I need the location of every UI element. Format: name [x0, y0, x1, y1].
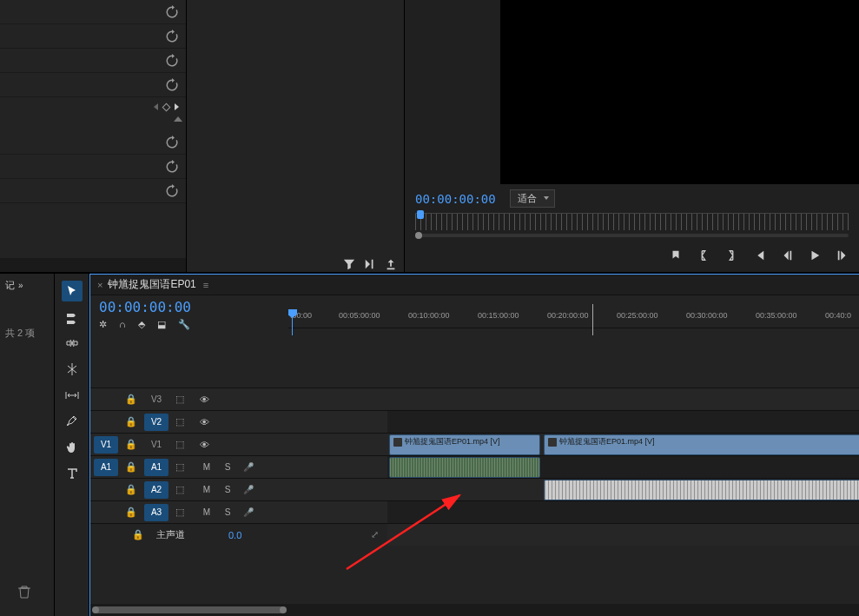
reset-icon[interactable]: [165, 5, 179, 19]
lane-master[interactable]: [387, 523, 859, 546]
video-preview[interactable]: [500, 0, 859, 184]
monitor-scrub[interactable]: [415, 234, 849, 237]
expand-icon[interactable]: ⤢: [371, 529, 379, 540]
solo-toggle[interactable]: S: [221, 462, 235, 472]
out-point-icon[interactable]: [725, 249, 737, 262]
timeline-ruler-area[interactable]: :00:00 00:05:00:00 00:10:00:00 00:15:00:…: [288, 295, 859, 335]
clip-v1-b[interactable]: 钟馗捉鬼国语EP01.mp4 [V]: [544, 434, 859, 455]
track-target[interactable]: A1: [144, 459, 168, 476]
razor-tool[interactable]: [62, 359, 83, 380]
reset-icon[interactable]: [165, 136, 179, 149]
sync-lock-icon[interactable]: ⬚: [175, 394, 193, 405]
selection-tool[interactable]: [62, 281, 83, 301]
track-a1-header[interactable]: A1 🔒 A1 ⬚ M S 🎤: [90, 455, 387, 478]
zoom-select[interactable]: 适合: [510, 189, 555, 208]
settings-icon[interactable]: 🔧: [178, 319, 190, 330]
track-target[interactable]: V2: [144, 414, 168, 431]
next-keyframe-icon[interactable]: [175, 103, 179, 110]
lock-icon[interactable]: 🔒: [125, 439, 139, 450]
src-patch[interactable]: [94, 414, 118, 431]
mute-toggle[interactable]: M: [200, 462, 214, 472]
sync-lock-icon[interactable]: ⬚: [175, 507, 193, 518]
master-db[interactable]: 0.0: [228, 530, 241, 540]
track-a2-header[interactable]: 🔒 A2 ⬚ M S 🎤: [90, 478, 387, 500]
in-point-icon[interactable]: [697, 249, 710, 262]
reset-icon[interactable]: [165, 160, 179, 174]
track-v2-header[interactable]: 🔒 V2 ⬚ 👁: [90, 410, 387, 433]
track-select-tool[interactable]: [62, 307, 83, 328]
type-tool[interactable]: [62, 463, 83, 484]
solo-toggle[interactable]: S: [221, 485, 235, 494]
track-v1-header[interactable]: V1 🔒 V1 ⬚ 👁: [90, 433, 387, 455]
close-tab-icon[interactable]: ×: [97, 280, 102, 290]
lane-a1[interactable]: [387, 455, 859, 478]
lane-a2[interactable]: [387, 478, 859, 500]
src-patch[interactable]: [94, 481, 118, 499]
sync-lock-icon[interactable]: ⬚: [175, 484, 193, 495]
src-patch[interactable]: [94, 504, 118, 521]
filter-icon[interactable]: [343, 258, 355, 270]
add-keyframe-icon[interactable]: [162, 103, 171, 111]
lock-icon[interactable]: 🔒: [125, 507, 139, 518]
expand-icon[interactable]: [174, 116, 182, 122]
reset-icon[interactable]: [165, 78, 179, 92]
eye-icon[interactable]: 👁: [200, 417, 217, 427]
go-to-in-icon[interactable]: [753, 249, 765, 262]
clip-a2-a[interactable]: [544, 480, 859, 500]
src-patch[interactable]: [94, 391, 118, 408]
sync-lock-icon[interactable]: ⬚: [175, 416, 193, 427]
skip-icon[interactable]: [364, 258, 376, 270]
mic-icon[interactable]: 🎤: [241, 507, 255, 517]
src-patch-a1[interactable]: A1: [94, 459, 118, 476]
timeline-content[interactable]: 钟馗捉鬼国语EP01.mp4 [V] 钟馗捉鬼国语EP01.mp4 [V]: [387, 335, 859, 604]
reset-icon[interactable]: [165, 30, 179, 43]
track-v3-header[interactable]: 🔒 V3 ⬚ 👁: [90, 387, 387, 410]
src-patch-v1[interactable]: V1: [94, 436, 118, 454]
lane-v3[interactable]: [387, 387, 859, 410]
mic-icon[interactable]: 🎤: [241, 462, 255, 472]
magnet-icon[interactable]: ∩: [119, 319, 126, 330]
lock-icon[interactable]: 🔒: [125, 461, 139, 473]
track-target[interactable]: A3: [144, 504, 168, 521]
eye-icon[interactable]: 👁: [200, 394, 217, 405]
reset-icon[interactable]: [165, 184, 179, 198]
sync-lock-icon[interactable]: ⬚: [175, 439, 193, 450]
lock-icon[interactable]: 🔒: [125, 484, 139, 495]
mute-toggle[interactable]: M: [200, 507, 214, 517]
sequence-title[interactable]: 钟馗捉鬼国语EP01: [108, 277, 195, 292]
timeline-hscroll[interactable]: [90, 604, 859, 616]
prev-keyframe-icon[interactable]: [154, 103, 158, 110]
lock-icon[interactable]: 🔒: [125, 394, 139, 405]
export-icon[interactable]: [385, 258, 397, 270]
marker-icon[interactable]: ⬓: [157, 319, 166, 330]
monitor-ruler[interactable]: [415, 213, 849, 230]
solo-toggle[interactable]: S: [221, 507, 235, 517]
ripple-tool[interactable]: [62, 333, 83, 354]
track-target[interactable]: V1: [144, 436, 168, 454]
step-forward-icon[interactable]: [836, 249, 849, 262]
project-tab[interactable]: 记 »: [5, 279, 49, 292]
lock-icon[interactable]: 🔒: [132, 529, 146, 540]
trash-icon[interactable]: [17, 585, 31, 599]
lock-icon[interactable]: 🔒: [125, 416, 139, 427]
effects-hscroll[interactable]: [0, 258, 186, 272]
marker-icon[interactable]: [670, 249, 682, 262]
monitor-timecode[interactable]: 00:00:00:00: [415, 192, 496, 206]
timeline-ruler[interactable]: :00:00 00:05:00:00 00:10:00:00 00:15:00:…: [288, 311, 859, 328]
master-track-header[interactable]: 🔒 主声道 0.0 ⤢: [90, 523, 387, 546]
linked-selection-icon[interactable]: ⬘: [138, 319, 145, 330]
mute-toggle[interactable]: M: [200, 485, 214, 494]
hand-tool[interactable]: [62, 437, 83, 458]
sync-lock-icon[interactable]: ⬚: [175, 461, 193, 473]
tab-menu-icon[interactable]: ≡: [203, 280, 208, 290]
scroll-thumb[interactable]: [94, 606, 285, 613]
play-icon[interactable]: [809, 249, 821, 262]
mic-icon[interactable]: 🎤: [241, 485, 255, 494]
snap-icon[interactable]: ✲: [99, 319, 107, 330]
track-a3-header[interactable]: 🔒 A3 ⬚ M S 🎤: [90, 500, 387, 523]
step-back-icon[interactable]: [781, 249, 793, 262]
lane-v2[interactable]: [387, 410, 859, 433]
clip-v1-a[interactable]: 钟馗捉鬼国语EP01.mp4 [V]: [389, 434, 540, 455]
lane-a3[interactable]: [387, 500, 859, 523]
slip-tool[interactable]: [62, 385, 83, 406]
